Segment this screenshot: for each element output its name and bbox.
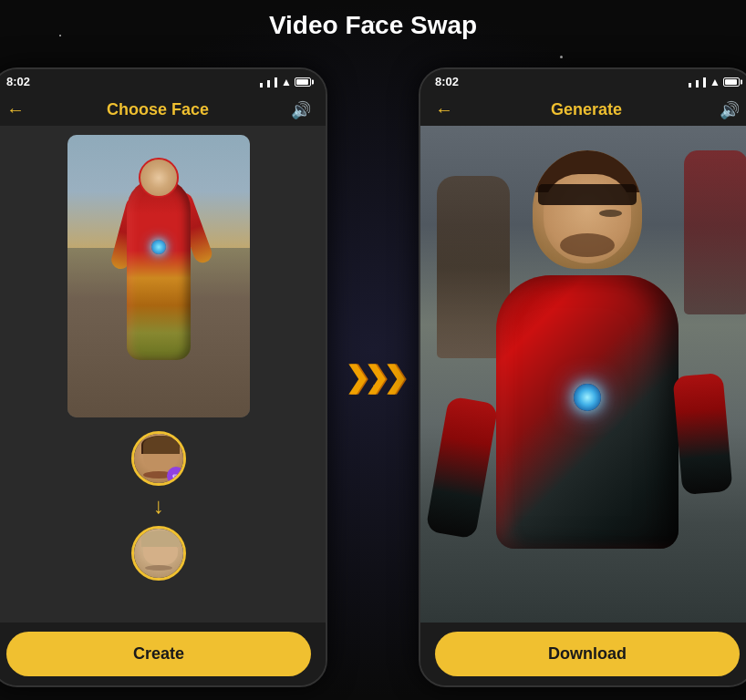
edit-badge[interactable]: ✏ — [167, 467, 185, 485]
left-back-button[interactable]: ← — [6, 99, 25, 120]
young-face — [134, 529, 183, 578]
battery-icon — [295, 77, 311, 87]
beard — [560, 233, 615, 257]
right-wifi-icon: ▲ — [710, 76, 720, 88]
download-button[interactable]: Download — [435, 632, 740, 676]
bg-figure-2 — [684, 150, 746, 314]
right-battery-icon — [723, 77, 740, 87]
ironman-video-right — [420, 126, 746, 623]
suit-body-left — [127, 178, 191, 360]
wifi-icon: ▲ — [281, 76, 292, 88]
swap-arrow: ↓ — [153, 493, 164, 519]
right-status-bar: 8:02 ▲ — [420, 69, 746, 94]
left-sound-button[interactable]: 🔊 — [291, 100, 311, 120]
left-phone-content: ✏ ↓ — [0, 126, 326, 623]
right-phone-content — [420, 126, 746, 623]
left-nav-title: Choose Face — [107, 100, 209, 119]
left-phone: 8:02 ▲ ← Choose Face 🔊 — [0, 67, 327, 687]
arrow-container: ❯❯❯ — [346, 360, 400, 395]
suit-arm-right — [672, 372, 732, 494]
left-time: 8:02 — [6, 75, 30, 88]
page-title: Video Face Swap — [0, 11, 746, 40]
left-video-frame — [67, 135, 250, 417]
left-nav-bar: ← Choose Face 🔊 — [0, 94, 326, 126]
left-status-icons: ▲ — [259, 76, 311, 88]
main-suit-body — [496, 275, 679, 549]
right-signal-icon — [688, 77, 707, 88]
sunglasses — [538, 184, 637, 205]
phones-container: 8:02 ▲ ← Choose Face 🔊 — [0, 55, 746, 700]
phones-wrapper: 8:02 ▲ ← Choose Face 🔊 — [0, 67, 746, 687]
right-nav-title: Generate — [551, 100, 622, 119]
arc-reactor-right — [574, 384, 601, 411]
right-phone: 8:02 ▲ ← Generate 🔊 — [419, 67, 746, 687]
right-time: 8:02 — [435, 75, 459, 88]
right-video-frame — [420, 126, 746, 623]
right-back-button[interactable]: ← — [435, 99, 453, 120]
signal-icon — [259, 77, 278, 88]
right-phone-bottom: Download — [420, 623, 746, 685]
arc-reactor-left — [151, 240, 166, 254]
create-button[interactable]: Create — [6, 632, 311, 676]
right-sound-button[interactable]: 🔊 — [720, 100, 740, 120]
right-nav-bar: ← Generate 🔊 — [420, 94, 746, 126]
suit-head-left — [139, 158, 179, 198]
left-status-bar: 8:02 ▲ — [0, 69, 326, 94]
result-face-avatar — [131, 526, 186, 581]
right-status-icons: ▲ — [688, 76, 740, 88]
forward-arrows: ❯❯❯ — [345, 360, 402, 395]
left-phone-bottom: Create — [0, 623, 326, 685]
ironman-video-left — [67, 135, 250, 417]
source-face-avatar[interactable]: ✏ — [131, 431, 186, 486]
rdj-head — [533, 150, 642, 269]
face-swap-section: ✏ ↓ — [131, 431, 186, 581]
